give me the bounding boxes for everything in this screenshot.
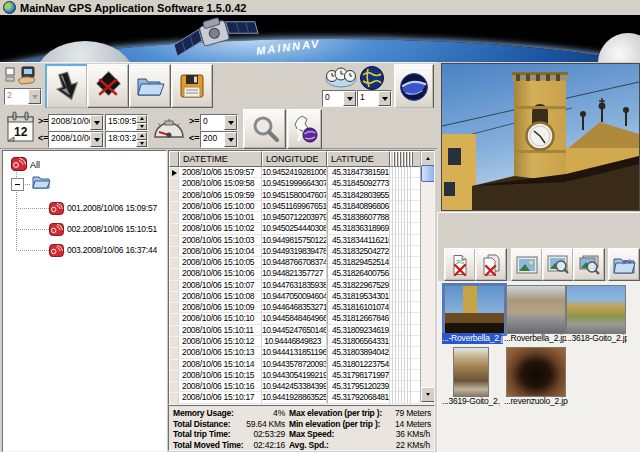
table-row[interactable]: 2008/10/06 15:10:1210.9444684982345.3180… <box>169 336 434 347</box>
save-file-button[interactable] <box>171 64 213 108</box>
delete-tracks-button[interactable] <box>87 64 129 108</box>
time-to-updown[interactable] <box>136 132 147 147</box>
tree-item-track[interactable]: 002.2008/10/06 15:10:51 <box>49 222 157 236</box>
table-row[interactable]: 2008/10/06 15:10:0410.944931983947845.31… <box>169 246 434 257</box>
speed-min-combo[interactable]: 0 <box>200 114 238 131</box>
track-group-folder-icon[interactable] <box>31 174 51 192</box>
view-photo-button[interactable] <box>511 248 543 281</box>
stat-label: Total Distance: <box>173 419 245 430</box>
photo-preview[interactable] <box>441 63 640 211</box>
table-row[interactable]: 2008/10/06 15:10:1510.944305419921945.31… <box>169 370 434 381</box>
cell-latitude: 45.3181266784668 <box>327 313 390 324</box>
photo-thumbnail-label[interactable]: ...Roverbella_2.jpg <box>504 333 566 344</box>
open-file-button[interactable] <box>129 64 171 108</box>
device-count-dropdown-button[interactable] <box>28 89 41 104</box>
cell-datetime: 2008/10/06 15:09:57 <box>179 167 262 178</box>
scroll-down-button[interactable] <box>421 387 435 402</box>
table-row[interactable]: 2008/10/06 15:09:5710.945241928100645.31… <box>169 167 434 178</box>
stat-label: Max elevation (per trip ): <box>289 408 395 419</box>
table-row[interactable]: 2008/10/06 15:10:0010.945116996765145.31… <box>169 201 434 212</box>
table-row[interactable]: 2008/10/06 15:10:1710.944192886352545.31… <box>169 392 434 403</box>
tree-root-label[interactable]: All <box>30 160 40 170</box>
zoom-all-pictures-icon <box>578 255 600 275</box>
zoom-picture-icon <box>547 255 569 275</box>
device-count-combo[interactable]: 2 <box>4 88 42 105</box>
cell-datetime: 2008/10/06 15:10:10 <box>179 313 262 324</box>
column-header-longitude[interactable]: LONGITUDE <box>262 151 327 167</box>
wait-time-dropdown-button[interactable] <box>343 91 356 106</box>
stat-label: Avg. Spd.: <box>289 440 395 451</box>
stat-label: Memory Usage: <box>173 408 245 419</box>
speed-max-dropdown-button[interactable] <box>224 132 237 147</box>
open-folder-icon <box>135 74 165 98</box>
thumbnail-area: ...-Roverbella_2.jpg...Roverbella_2.jpg.… <box>438 281 640 452</box>
cell-datetime: 2008/10/06 15:10:06 <box>179 268 262 279</box>
clock-tower-photo <box>442 64 639 210</box>
column-header-datetime[interactable]: DATETIME <box>179 151 262 167</box>
zoom-all-photos-button[interactable] <box>573 248 605 281</box>
map-datum-dropdown-button[interactable] <box>378 91 391 106</box>
svg-text:12: 12 <box>14 125 28 139</box>
table-row[interactable]: 2008/10/06 15:10:1110.944524765014645.31… <box>169 325 434 336</box>
export-google-earth-button[interactable] <box>287 109 322 149</box>
tree-item-label: 003.2008/10/06 16:37:44 <box>67 245 157 255</box>
photo-thumbnail-label[interactable]: ...-Roverbella_2.jpg <box>442 333 503 344</box>
google-earth-button[interactable] <box>394 64 434 109</box>
table-row[interactable]: 2008/10/06 15:10:1010.944584846496645.31… <box>169 313 434 324</box>
photo-thumbnail[interactable] <box>453 347 489 397</box>
open-jpg-folder-button[interactable]: JPG <box>608 248 640 281</box>
photo-thumbnail-label[interactable]: ...3618-Goito_2.jpg <box>565 333 627 344</box>
table-row[interactable]: 2008/10/06 15:10:0810.944705009460445.31… <box>169 291 434 302</box>
scrollbar-thumb[interactable] <box>421 165 435 182</box>
photo-thumbnail-label[interactable]: ...3619-Goito_2.jpg <box>442 396 500 407</box>
table-row[interactable]: 2008/10/06 15:10:1310.944413185119645.31… <box>169 347 434 358</box>
row-selector <box>169 291 179 302</box>
table-row[interactable]: 2008/10/06 15:10:0310.944981575012245.31… <box>169 235 434 246</box>
table-row[interactable]: 2008/10/06 15:10:0110.945071220397945.31… <box>169 212 434 223</box>
stat-value: 22 KMs/h <box>395 440 434 451</box>
time-to-spinner[interactable]: 18:03:26 <box>105 131 148 148</box>
table-row[interactable]: 2008/10/06 15:10:0910.944646835327145.31… <box>169 302 434 313</box>
cell-datetime: 2008/10/06 15:10:09 <box>179 302 262 313</box>
date-from-dropdown-button[interactable] <box>90 115 103 130</box>
wait-time-combo[interactable]: 0 <box>322 90 357 107</box>
table-row[interactable]: 2008/10/06 15:10:0510.944876670837445.31… <box>169 257 434 268</box>
date-to-dropdown-button[interactable] <box>90 132 103 147</box>
time-from-updown[interactable] <box>136 115 147 130</box>
photo-thumbnail[interactable] <box>506 347 566 397</box>
cell-longitude: 10.9445848464966 <box>262 313 327 324</box>
delete-all-photos-button[interactable] <box>475 248 507 281</box>
table-row[interactable]: 2008/10/06 15:10:0610.94482135772745.318… <box>169 268 434 279</box>
speedometer-icon <box>152 111 186 145</box>
photo-thumbnail[interactable] <box>444 285 505 334</box>
photo-thumbnail[interactable] <box>566 285 626 334</box>
time-from-spinner[interactable]: 15:09:57 <box>105 114 148 131</box>
photo-thumbnail-label[interactable]: ...revenzuolo_2.jpg <box>504 396 568 407</box>
date-from-combo[interactable]: 2008/10/06 <box>48 114 104 131</box>
delete-photo-button[interactable]: JPG <box>444 248 476 281</box>
speed-min-dropdown-button[interactable] <box>224 115 237 130</box>
table-row[interactable]: 2008/10/06 15:10:1410.944357872009345.31… <box>169 359 434 370</box>
table-row[interactable]: 2008/10/06 15:10:0210.945025444030845.31… <box>169 223 434 234</box>
cell-datetime: 2008/10/06 15:10:02 <box>179 223 262 234</box>
current-row-marker <box>172 170 177 176</box>
photo-thumbnail[interactable] <box>506 285 566 334</box>
cell-longitude: 10.9452419281006 <box>262 167 327 178</box>
column-header-latitude[interactable]: LATITUDE <box>327 151 390 167</box>
table-row[interactable]: 2008/10/06 15:10:0710.944763183593845.31… <box>169 280 434 291</box>
zoom-photo-button[interactable] <box>542 248 574 281</box>
cell-datetime: 2008/10/06 15:10:03 <box>179 235 262 246</box>
tree-item-track[interactable]: 001.2008/10/06 15:09:57 <box>49 201 157 215</box>
search-button[interactable] <box>243 109 286 149</box>
download-tracks-button[interactable] <box>45 64 89 110</box>
speed-max-combo[interactable]: 200 <box>200 131 238 148</box>
table-row[interactable]: 2008/10/06 15:09:5810.945199966430745.31… <box>169 178 434 189</box>
scroll-up-button[interactable] <box>421 151 435 166</box>
map-datum-combo[interactable]: 1 <box>357 90 392 107</box>
tree-item-track[interactable]: 003.2008/10/06 16:37:44 <box>49 243 157 257</box>
date-to-combo[interactable]: 2008/10/06 <box>48 131 104 148</box>
table-scrollbar[interactable] <box>420 151 434 402</box>
tree-expander-minus[interactable] <box>11 178 24 191</box>
table-row[interactable]: 2008/10/06 15:09:5910.945158004760745.31… <box>169 190 434 201</box>
table-row[interactable]: 2008/10/06 15:10:1610.944245338439945.31… <box>169 381 434 392</box>
